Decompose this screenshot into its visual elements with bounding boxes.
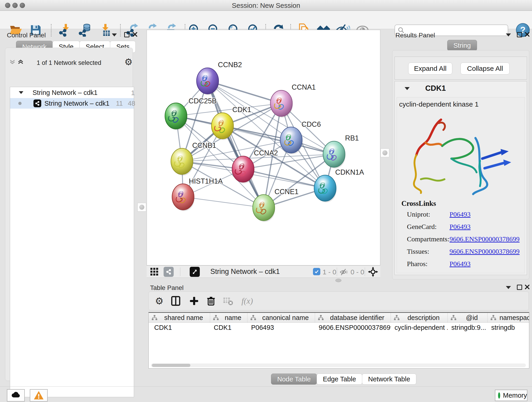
column-header-description[interactable]: description xyxy=(391,313,448,322)
network-node-RB1[interactable] xyxy=(323,141,346,168)
network-label: String Network – cdk1 xyxy=(44,100,109,107)
table-options-gear-icon[interactable]: ⚙ xyxy=(153,295,165,307)
close-panel-icon[interactable] xyxy=(133,32,138,37)
float-panel-icon[interactable] xyxy=(517,285,522,290)
table-header-row: shared name name canonical name database… xyxy=(149,313,529,323)
memory-button[interactable]: Memory xyxy=(495,390,527,401)
cell-namespace[interactable]: stringdb xyxy=(488,323,529,332)
crosslink-label: Tissues: xyxy=(407,248,429,255)
open-folder-icon xyxy=(10,26,20,29)
panel-menu-icon[interactable] xyxy=(506,33,511,36)
grid-view-button[interactable] xyxy=(150,267,159,277)
horizontal-splitter-handle[interactable] xyxy=(336,279,341,282)
crosslink-tissues-link[interactable]: 9606.ENSP00000378699 xyxy=(450,248,520,255)
network-node-CDC25B[interactable] xyxy=(165,103,187,130)
network-node-CDK1[interactable] xyxy=(211,113,234,140)
network-row-selected[interactable]: String Network – cdk1 11 48 xyxy=(10,98,134,109)
show-columns-button[interactable] xyxy=(170,295,182,307)
warnings-button[interactable] xyxy=(30,389,48,402)
cell-canonical-name[interactable]: P06493 xyxy=(247,323,315,332)
network-collection-row[interactable]: String Network – cdk1 1 xyxy=(10,87,134,98)
cdk1-collapse-icon[interactable] xyxy=(405,87,410,90)
node-label-CDC25B: CDC25B xyxy=(189,97,216,105)
table-row[interactable]: CDK1 CDK1 P06493 9606.ENSP00000378699 cy… xyxy=(149,323,529,332)
network-node-CCNA1[interactable] xyxy=(270,90,293,118)
close-panel-icon[interactable] xyxy=(525,284,530,289)
warning-icon xyxy=(33,390,44,401)
node-label-CCNB1: CCNB1 xyxy=(192,141,216,149)
create-column-button[interactable] xyxy=(188,295,200,307)
crosslink-compartments-link[interactable]: 9606.ENSP00000378699 xyxy=(450,235,520,243)
network-view-canvas[interactable]: CCNB2CCNA1CDC25BCDK1CDC6RB1CCNB1CCNA2CDK… xyxy=(147,30,380,265)
plus-icon xyxy=(189,296,199,306)
network-share-view-button[interactable] xyxy=(164,267,174,277)
node-label-CDKN1A: CDKN1A xyxy=(335,168,364,176)
scrollbar-thumb[interactable] xyxy=(152,364,190,367)
node-label-CDK1: CDK1 xyxy=(232,106,251,114)
edge-CCNA2-CDKN1A[interactable] xyxy=(243,169,325,188)
title-bar: Session: New Session xyxy=(0,0,532,11)
detach-view-button[interactable] xyxy=(190,267,200,277)
column-header-database-identifier[interactable]: database identifier xyxy=(315,313,391,322)
cell-description[interactable]: cyclin-dependent ... xyxy=(391,323,448,332)
float-panel-icon[interactable] xyxy=(124,32,129,37)
splitter-dot xyxy=(382,150,387,155)
delete-column-button[interactable] xyxy=(205,295,217,307)
right-splitter-handle[interactable] xyxy=(380,148,389,157)
results-panel-title: Results Panel xyxy=(395,32,435,39)
cdk1-description: cyclin-dependent kinase 1 xyxy=(399,100,479,108)
tab-string[interactable]: String xyxy=(447,40,477,51)
column-type-icon xyxy=(318,315,324,321)
control-panel-title: Control Panel xyxy=(7,32,46,39)
column-header-name[interactable]: name xyxy=(210,313,247,322)
network-tab-content: 1 of 1 Network selected ⚙ String Network… xyxy=(5,48,133,381)
float-panel-icon[interactable] xyxy=(517,32,522,37)
network-node-CCNB2[interactable] xyxy=(196,68,219,95)
close-panel-icon[interactable] xyxy=(525,32,530,37)
network-node-HIST1H1A[interactable] xyxy=(172,184,195,211)
selected-count-checkbox[interactable] xyxy=(313,268,320,275)
column-header-canonical-name[interactable]: canonical name xyxy=(247,313,315,322)
crosslink-uniprot-link[interactable]: P06493 xyxy=(450,211,471,218)
columns-icon xyxy=(171,296,181,306)
edge-HIST1H1A-CCNE1[interactable] xyxy=(183,197,264,208)
network-node-CDKN1A[interactable] xyxy=(314,175,336,202)
node-table: shared name name canonical name database… xyxy=(148,312,529,369)
crosslink-label: Compartments: xyxy=(407,235,449,243)
cell-shared-name[interactable]: CDK1 xyxy=(149,323,210,332)
cell-database-identifier[interactable]: 9606.ENSP00000378699 xyxy=(315,323,391,332)
node-label-RB1: RB1 xyxy=(345,134,359,142)
collapse-all-button[interactable]: Collapse All xyxy=(461,63,510,75)
network-node-CCNA2[interactable] xyxy=(232,156,254,183)
collection-count: 1 xyxy=(131,89,135,97)
share-icon xyxy=(166,269,172,275)
left-splitter-handle[interactable] xyxy=(138,203,146,211)
panel-menu-icon[interactable] xyxy=(506,286,511,289)
birdseye-view-button[interactable] xyxy=(368,267,378,278)
tab-network-table[interactable]: Network Table xyxy=(362,374,416,385)
table-panel-tabs: Node TableEdge TableNetwork Table xyxy=(271,374,416,385)
network-node-CCNB1[interactable] xyxy=(171,148,193,176)
column-type-icon xyxy=(394,315,399,321)
collection-expand-icon[interactable] xyxy=(19,91,23,94)
tab-edge-table[interactable]: Edge Table xyxy=(317,374,362,385)
node-label-CCNE1: CCNE1 xyxy=(274,188,298,196)
eye-slash-icon xyxy=(340,268,348,276)
tab-node-table[interactable]: Node Table xyxy=(271,374,317,385)
expand-all-button[interactable]: Expand All xyxy=(408,63,452,75)
network-type-icon xyxy=(33,99,41,107)
cloud-status-button[interactable] xyxy=(7,389,25,402)
crosslink-label: Pharos: xyxy=(407,260,428,268)
column-header-namespace[interactable]: namespace xyxy=(488,313,529,322)
cell-name[interactable]: CDK1 xyxy=(210,323,247,332)
horizontal-scrollbar[interactable] xyxy=(151,364,526,367)
column-type-icon xyxy=(450,315,456,321)
network-options-gear-icon[interactable]: ⚙ xyxy=(124,57,133,67)
crosslink-pharos-link[interactable]: P06493 xyxy=(450,260,471,268)
panel-menu-icon[interactable] xyxy=(112,33,117,36)
column-header-at-id[interactable]: @id xyxy=(448,313,488,322)
column-header-shared-name[interactable]: shared name xyxy=(149,313,210,322)
crosslink-genecard-link[interactable]: P06493 xyxy=(450,223,471,230)
network-node-CCNE1[interactable] xyxy=(253,195,275,222)
cell-at-id[interactable]: stringdb:9... xyxy=(448,323,488,332)
